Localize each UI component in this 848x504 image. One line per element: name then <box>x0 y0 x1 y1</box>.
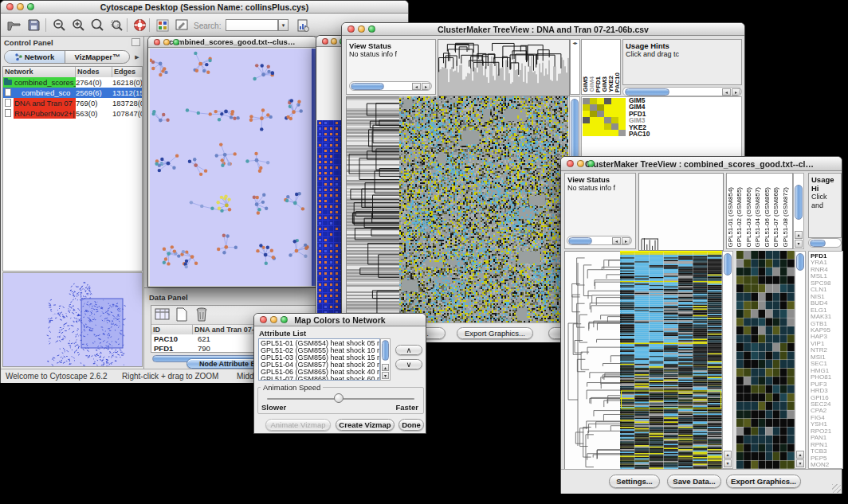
search-dropdown-arrow[interactable]: ▾ <box>278 19 289 31</box>
scroll-left-arrow[interactable]: ◂ <box>612 237 621 244</box>
close-button[interactable] <box>260 316 267 323</box>
scrollbar-thumb[interactable] <box>796 253 804 271</box>
grid-window-title-bar[interactable] <box>316 36 342 47</box>
scroll-down-arrow[interactable]: ▾ <box>796 459 804 467</box>
help-lifering-icon[interactable] <box>131 17 148 33</box>
tv2-heatmap-scrollbar[interactable]: ▴ ▾ <box>722 251 733 469</box>
scrollbar-thumb[interactable] <box>810 240 826 247</box>
new-attribute-icon[interactable] <box>175 307 188 325</box>
tv2-zoom-matrix[interactable] <box>736 251 795 469</box>
network-view-title-bar[interactable]: combined_scores_good.txt--cluste... <box>148 37 316 48</box>
close-button[interactable] <box>6 3 14 10</box>
tv2-hints-scrollbar[interactable] <box>808 238 842 248</box>
move-down-button[interactable]: ∨ <box>395 359 422 369</box>
treeview1-title-bar[interactable]: ClusterMaker TreeView : DNA and Tran 07-… <box>342 23 744 36</box>
speed-slider-thumb[interactable] <box>334 393 344 403</box>
attribute-list-item[interactable]: GPL51-07 (GSM868) heat shock 60 min <box>261 376 378 381</box>
column-header-network[interactable]: Network <box>3 67 76 77</box>
tv2-heatmap[interactable] <box>620 251 722 469</box>
zoom-button[interactable] <box>27 3 34 10</box>
zoom-in-icon[interactable] <box>69 17 87 33</box>
close-button[interactable] <box>567 160 574 167</box>
close-button[interactable] <box>347 25 355 33</box>
tab-network[interactable]: Network <box>5 51 65 63</box>
create-vizmap-button[interactable]: Create Vizmap <box>336 419 395 431</box>
animate-vizmap-button[interactable]: Animate Vizmap <box>265 419 331 431</box>
scroll-up-arrow[interactable]: ▴ <box>796 451 804 459</box>
network-grid-icon[interactable] <box>154 17 171 33</box>
scroll-right-arrow[interactable]: ▸ <box>422 83 430 90</box>
column-header-edges[interactable]: Edges <box>112 67 142 77</box>
network-list-row[interactable]: RNAPuberNov2+|563(0)107847(0) <box>3 108 142 119</box>
scrollbar-thumb[interactable] <box>795 185 803 220</box>
zoom-selected-icon[interactable] <box>88 17 106 33</box>
move-up-button[interactable]: ∧ <box>395 345 422 355</box>
tv2-status-scrollbar[interactable]: ◂ ▸ <box>567 236 632 245</box>
minimize-button[interactable] <box>17 3 24 10</box>
zoom-fit-icon[interactable] <box>108 17 125 33</box>
column-header-nodes[interactable]: Nodes <box>76 67 112 77</box>
minimize-button[interactable] <box>163 39 170 45</box>
tv1-hints-scrollbar[interactable]: ◂ ▸ <box>622 87 742 96</box>
zoom-out-icon[interactable] <box>50 17 68 33</box>
scrollbar-thumb[interactable] <box>382 340 389 361</box>
scroll-down-arrow[interactable]: ▾ <box>795 240 803 248</box>
tv1-zoom-matrix[interactable] <box>583 98 626 136</box>
settings-button[interactable]: Settings... <box>609 475 660 488</box>
tab-vizmapper[interactable]: VizMapper™ <box>65 51 129 63</box>
tab-overflow-arrow[interactable]: ▶ <box>132 52 142 62</box>
tv2-row-dendrogram[interactable] <box>564 251 622 471</box>
scroll-up-arrow[interactable]: ▴ <box>382 364 389 371</box>
scroll-up-arrow[interactable]: ▴ <box>724 451 732 459</box>
done-button[interactable]: Done <box>398 419 424 431</box>
scroll-right-arrow[interactable]: ▸ <box>622 237 630 244</box>
export-graphics-button[interactable]: Export Graphics... <box>726 475 801 488</box>
delete-attribute-icon[interactable] <box>194 307 209 326</box>
network-list-row[interactable]: combined_sco2569(6)13112(15) <box>3 88 142 98</box>
close-button[interactable] <box>322 38 328 45</box>
dialog-title-bar[interactable]: Map Colors to Network <box>254 314 426 326</box>
zoom-button[interactable] <box>587 160 595 167</box>
scroll-down-arrow[interactable]: ▾ <box>382 372 389 379</box>
zoom-button[interactable] <box>173 39 179 45</box>
scrollbar-thumb[interactable] <box>351 83 384 90</box>
scroll-up-arrow[interactable]: ▴ <box>795 231 803 239</box>
scrollbar-thumb[interactable] <box>568 237 592 244</box>
document-report-icon[interactable] <box>294 17 312 33</box>
column-header-id[interactable]: ID <box>151 325 193 334</box>
scrollbar-thumb[interactable] <box>724 253 732 275</box>
attribute-table-icon[interactable] <box>155 307 171 325</box>
treeview2-title-bar[interactable]: ClusterMaker TreeView : combined_scores_… <box>561 157 842 171</box>
export-graphics-button[interactable]: Export Graphics... <box>457 327 533 339</box>
network-list-row[interactable]: DNA and Tran 07769(0)183728(0) <box>3 98 142 108</box>
network-canvas[interactable] <box>150 49 312 286</box>
tv1-heatmap[interactable] <box>399 96 568 322</box>
tv1-splitter[interactable]: ◂▸ <box>570 39 580 95</box>
tv2-collabel-scrollbar[interactable]: ▴ ▾ <box>793 173 804 249</box>
tv1-status-scrollbar[interactable]: ◂ ▸ <box>349 81 432 91</box>
main-title-bar[interactable]: Cytoscape Desktop (Session Name: collins… <box>1 1 408 14</box>
open-file-icon[interactable] <box>6 17 23 33</box>
network-overview-panel[interactable] <box>2 272 143 367</box>
zoom-button[interactable] <box>281 316 288 323</box>
resize-grip[interactable] <box>832 484 841 493</box>
scroll-down-arrow[interactable]: ▾ <box>724 459 732 467</box>
network-overview-thumbnail[interactable] <box>3 273 142 366</box>
zoom-button[interactable] <box>368 25 375 33</box>
tv1-column-dendrogram[interactable] <box>438 39 570 96</box>
save-data-button[interactable]: Save Data... <box>667 475 721 488</box>
search-input[interactable] <box>226 19 278 31</box>
minimize-button[interactable] <box>577 160 584 167</box>
annotation-icon[interactable] <box>173 17 190 33</box>
tv1-row-dendrogram[interactable] <box>346 96 401 324</box>
close-button[interactable] <box>154 39 160 45</box>
scroll-right-arrow[interactable]: ▸ <box>732 88 740 96</box>
network-list-row[interactable]: combined_scores_2764(0)16218(0) <box>3 77 142 88</box>
attribute-list-scrollbar[interactable]: ▴ ▾ <box>380 338 391 381</box>
minimize-button[interactable] <box>358 25 365 33</box>
scroll-left-arrow[interactable]: ◂ <box>412 83 421 90</box>
save-session-icon[interactable] <box>25 17 42 33</box>
scroll-left-arrow[interactable]: ◂ <box>722 88 731 96</box>
minimize-button[interactable] <box>270 316 277 323</box>
float-panel-icon[interactable] <box>132 38 140 46</box>
